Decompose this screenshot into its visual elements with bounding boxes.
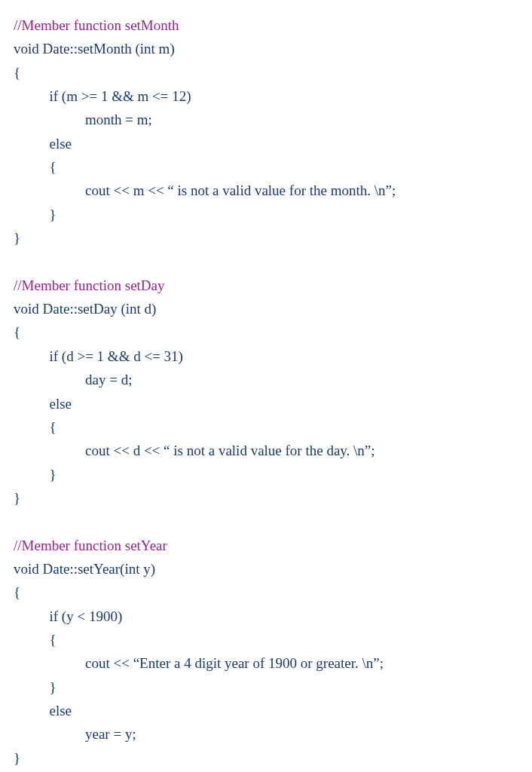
code-line: } — [14, 207, 57, 222]
code-line: cout << d << “ is not a valid value for … — [14, 443, 375, 458]
code-line: } — [14, 679, 57, 695]
code-line: { — [14, 65, 20, 81]
code-line: day = d; — [14, 372, 132, 388]
code-line: { — [14, 324, 20, 340]
code-line: if (m >= 1 && m <= 12) — [14, 88, 191, 104]
code-line: else — [14, 703, 72, 718]
code-line: void Date::setMonth (int m) — [14, 41, 175, 57]
code-line: cout << “Enter a 4 digit year of 1900 or… — [14, 655, 384, 671]
code-line: { — [14, 584, 20, 600]
code-line: void Date::setYear(int y) — [14, 561, 155, 577]
code-line: { — [14, 419, 57, 435]
code-line: } — [14, 230, 20, 246]
code-line: } — [14, 750, 20, 766]
code-comment: //Member function setMonth — [14, 17, 179, 33]
code-line: if (d >= 1 && d <= 31) — [14, 348, 183, 364]
code-line: month = m; — [14, 112, 152, 127]
code-comment: //Member function setYear — [14, 538, 167, 553]
code-line: void Date::setDay (int d) — [14, 301, 156, 317]
code-comment: //Member function setDay — [14, 277, 165, 293]
code-line: else — [14, 396, 72, 412]
code-block: //Member function setMonth void Date::se… — [14, 14, 518, 772]
code-line: { — [14, 632, 57, 648]
code-line: if (y < 1900) — [14, 608, 122, 624]
code-line: else — [14, 136, 72, 152]
code-line: } — [14, 467, 57, 482]
code-line: year = y; — [14, 726, 136, 742]
code-line: { — [14, 159, 57, 175]
code-line: } — [14, 490, 20, 506]
code-line: cout << m << “ is not a valid value for … — [14, 182, 396, 198]
